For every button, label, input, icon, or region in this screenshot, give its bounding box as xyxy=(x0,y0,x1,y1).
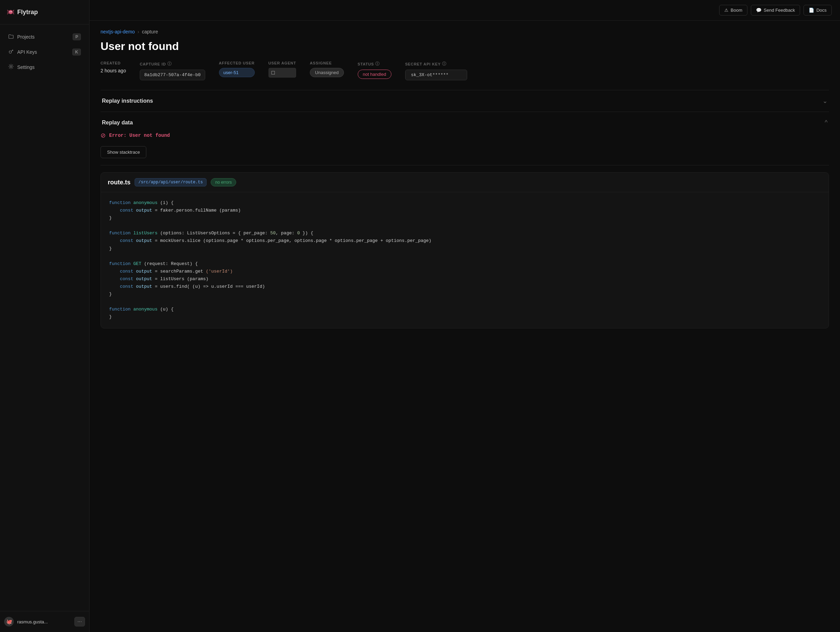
error-text: Error: User not found xyxy=(109,133,170,138)
replay-data-section: Replay data ^ ⊘ Error: User not found Sh… xyxy=(101,112,829,165)
meta-created-value: 2 hours ago xyxy=(101,68,126,73)
chat-icon: 💬 xyxy=(756,8,761,13)
status-info-icon[interactable]: ⓘ xyxy=(375,61,380,67)
sidebar-item-settings[interactable]: Settings xyxy=(4,60,85,74)
code-line: } xyxy=(109,245,820,253)
sidebar-item-projects[interactable]: Projects P xyxy=(4,30,85,44)
meta-row: CREATED 2 hours ago CAPTURE ID ⓘ 8a1db27… xyxy=(101,61,829,80)
breadcrumb: nextjs-api-demo › capture xyxy=(101,29,829,35)
sidebar-item-api-keys-badge: K xyxy=(72,49,81,55)
capture-id-info-icon[interactable]: ⓘ xyxy=(167,61,172,67)
affected-user-value: user-51 xyxy=(219,68,255,77)
svg-point-10 xyxy=(10,66,12,68)
page-content: nextjs-api-demo › capture User not found… xyxy=(90,21,840,632)
meta-assignee: ASSIGNEE Unassigned xyxy=(310,61,344,77)
code-line: const output = searchParams.get ('userId… xyxy=(109,268,820,276)
sidebar-item-projects-left: Projects xyxy=(8,34,35,40)
sidebar: Flytrap Projects P xyxy=(0,0,90,632)
send-feedback-button[interactable]: 💬 Send Feedback xyxy=(751,5,800,16)
docs-label: Docs xyxy=(816,8,827,13)
code-body: function anonymous (i) { const output = … xyxy=(101,192,829,328)
replay-instructions-title: Replay instructions xyxy=(102,98,153,104)
code-path-badge: /src/app/api/user/route.ts xyxy=(134,178,207,187)
topbar: ⚠ Boom 💬 Send Feedback 📄 Docs xyxy=(90,0,840,21)
code-line: } xyxy=(109,290,820,298)
svg-point-8 xyxy=(11,11,12,12)
svg-point-7 xyxy=(9,11,10,12)
replay-data-title: Replay data xyxy=(102,120,133,126)
code-line: function listUsers (options: ListUsersOp… xyxy=(109,230,820,237)
sidebar-footer: 🐙 rasmus.gusta... ··· xyxy=(0,611,89,632)
sidebar-user: 🐙 rasmus.gusta... xyxy=(4,617,48,626)
code-line: function anonymous (i) { xyxy=(109,199,820,207)
secret-api-key-value: sk_3X-ot****** xyxy=(405,70,467,80)
replay-data-header[interactable]: Replay data ^ xyxy=(101,119,829,126)
meta-user-agent: USER AGENT □ xyxy=(268,61,297,78)
boom-button[interactable]: ⚠ Boom xyxy=(719,5,747,16)
sidebar-item-api-keys-left: API Keys xyxy=(8,49,37,55)
code-line: const output = users.find( (u) => u.user… xyxy=(109,283,820,290)
error-circle-icon: ⊘ xyxy=(101,131,106,139)
status-badge: not handled xyxy=(358,70,392,79)
user-agent-icon: □ xyxy=(268,68,297,78)
boom-label: Boom xyxy=(731,8,742,13)
svg-point-0 xyxy=(9,10,13,14)
sidebar-more-button[interactable]: ··· xyxy=(74,617,85,626)
code-line xyxy=(109,222,820,230)
svg-line-4 xyxy=(13,10,14,11)
code-line: function GET (request: Request) { xyxy=(109,260,820,268)
svg-line-3 xyxy=(7,13,9,14)
meta-capture-id-label: CAPTURE ID ⓘ xyxy=(140,61,205,67)
flytrap-logo-icon xyxy=(7,8,14,16)
meta-user-agent-label: USER AGENT xyxy=(268,61,297,65)
sidebar-header: Flytrap xyxy=(0,0,89,24)
key-icon xyxy=(8,49,14,55)
meta-affected-user: AFFECTED USER user-51 xyxy=(219,61,255,77)
code-line xyxy=(109,298,820,306)
replay-instructions-section: Replay instructions ⌄ xyxy=(101,90,829,112)
sidebar-item-api-keys-label: API Keys xyxy=(17,49,37,55)
gear-icon xyxy=(8,64,14,70)
capture-id-value: 8a1db277-507a-4f4e-b0 xyxy=(140,70,205,80)
send-feedback-label: Send Feedback xyxy=(764,8,795,13)
code-line xyxy=(109,253,820,260)
no-errors-badge: no errors xyxy=(211,178,236,187)
code-line: } xyxy=(109,214,820,222)
main-content: ⚠ Boom 💬 Send Feedback 📄 Docs nextjs-api… xyxy=(90,0,840,632)
meta-secret-api-key: SECRET API KEY ⓘ sk_3X-ot****** xyxy=(405,61,467,80)
sidebar-item-settings-left: Settings xyxy=(8,64,35,70)
show-stacktrace-button[interactable]: Show stacktrace xyxy=(101,146,146,158)
chevron-down-icon: ⌄ xyxy=(823,97,827,105)
warning-icon: ⚠ xyxy=(724,8,728,13)
code-line: const output = faker.person.fullName (pa… xyxy=(109,207,820,214)
sidebar-item-api-keys[interactable]: API Keys K xyxy=(4,45,85,59)
svg-line-6 xyxy=(13,13,14,14)
code-block: route.ts /src/app/api/user/route.ts no e… xyxy=(101,172,829,328)
docs-button[interactable]: 📄 Docs xyxy=(804,5,832,16)
avatar: 🐙 xyxy=(4,617,14,626)
code-line: } xyxy=(109,313,820,321)
doc-icon: 📄 xyxy=(809,8,814,13)
meta-created: CREATED 2 hours ago xyxy=(101,61,126,73)
page-title: User not found xyxy=(101,40,829,53)
sidebar-item-projects-badge: P xyxy=(73,33,81,40)
breadcrumb-separator: › xyxy=(138,29,139,35)
meta-status-label: STATUS ⓘ xyxy=(358,61,392,67)
meta-affected-user-label: AFFECTED USER xyxy=(219,61,255,65)
secret-key-info-icon[interactable]: ⓘ xyxy=(442,61,447,67)
breadcrumb-current: capture xyxy=(142,29,158,35)
code-line: function anonymous (u) { xyxy=(109,306,820,313)
error-message: ⊘ Error: User not found xyxy=(101,131,829,139)
meta-assignee-label: ASSIGNEE xyxy=(310,61,344,65)
meta-created-label: CREATED xyxy=(101,61,126,65)
breadcrumb-link[interactable]: nextjs-api-demo xyxy=(101,29,135,35)
avatar-icon: 🐙 xyxy=(6,619,12,624)
code-line: const output = mockUsers.slice (options.… xyxy=(109,237,820,245)
assignee-value[interactable]: Unassigned xyxy=(310,68,344,77)
sidebar-item-settings-label: Settings xyxy=(17,65,35,70)
replay-instructions-header[interactable]: Replay instructions ⌄ xyxy=(101,97,829,105)
meta-secret-api-key-label: SECRET API KEY ⓘ xyxy=(405,61,467,67)
svg-line-1 xyxy=(7,10,9,11)
sidebar-item-projects-label: Projects xyxy=(17,34,35,40)
sidebar-nav: Projects P API Keys K xyxy=(0,24,89,611)
